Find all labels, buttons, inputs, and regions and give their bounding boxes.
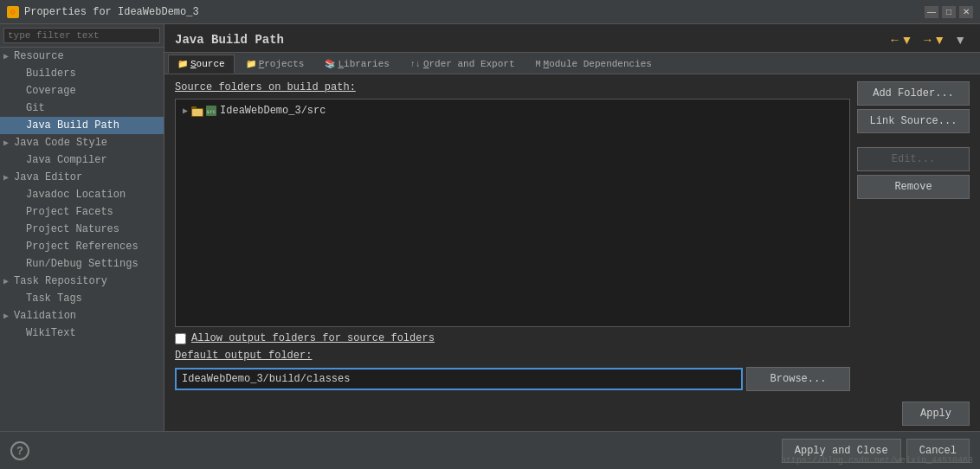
sidebar-item-project-references[interactable]: Project References — [0, 238, 164, 255]
tab-label-libraries: Libraries — [338, 59, 389, 69]
content-header: Java Build Path ←▼ →▼ ▼ — [164, 24, 980, 53]
content-title: Java Build Path — [175, 33, 284, 47]
main-container: ▶ResourceBuildersCoverageGitJava Build P… — [0, 24, 980, 431]
folder-path-label: IdeaWebDemo_3/src — [220, 105, 326, 117]
sidebar-item-project-facets[interactable]: Project Facets — [0, 203, 164, 221]
maximize-button[interactable]: □ — [942, 6, 956, 18]
sidebar-item-label: Java Compiler — [26, 154, 107, 166]
sidebar-item-javadoc-location[interactable]: Javadoc Location — [0, 186, 164, 203]
window-controls: — □ ✕ — [925, 6, 973, 18]
output-folder-label: Default output folder: — [175, 350, 850, 362]
sidebar-nav: ▶ResourceBuildersCoverageGitJava Build P… — [0, 48, 164, 342]
sidebar-item-task-repository[interactable]: ▶Task Repository — [0, 273, 164, 290]
tab-icon-projects: 📁 — [246, 59, 256, 69]
apply-btn-row: Apply — [164, 398, 980, 431]
tab-projects[interactable]: 📁Projects — [236, 55, 314, 74]
sidebar: ▶ResourceBuildersCoverageGitJava Build P… — [0, 24, 164, 431]
sidebar-item-java-compiler[interactable]: Java Compiler — [0, 151, 164, 169]
sidebar-item-coverage[interactable]: Coverage — [0, 82, 164, 100]
sidebar-item-label: Validation — [14, 310, 76, 322]
sidebar-item-validation[interactable]: ▶Validation — [0, 307, 164, 324]
expand-arrow-icon: ▶ — [3, 276, 9, 286]
folder-svg-icon — [191, 106, 205, 117]
window-title: Properties for IdeaWebDemo_3 — [24, 6, 199, 18]
close-button[interactable]: ✕ — [959, 6, 973, 18]
remove-button[interactable]: Remove — [857, 175, 970, 199]
tab-icon-order-export: ↑↓ — [410, 60, 421, 69]
content-panel: Java Build Path ←▼ →▼ ▼ 📁Source📁Projects… — [164, 24, 980, 431]
sidebar-item-java-editor[interactable]: ▶Java Editor — [0, 169, 164, 186]
allow-output-checkbox[interactable] — [175, 333, 186, 344]
tab-icon-module-deps: M — [536, 60, 541, 69]
svg-rect-1 — [191, 106, 197, 109]
checkbox-row: Allow output folders for source folders — [175, 332, 850, 344]
source-folders-label: Source folders on build path: — [175, 81, 850, 93]
edit-button[interactable]: Edit... — [857, 147, 970, 171]
sidebar-item-label: Java Build Path — [26, 119, 119, 132]
sidebar-item-label: Java Code Style — [14, 137, 107, 149]
expand-arrow-icon: ▶ — [3, 51, 9, 61]
link-source-button[interactable]: Link Source... — [857, 109, 970, 133]
sidebar-item-wikitext[interactable]: WikiText — [0, 324, 164, 342]
sidebar-item-run-debug-settings[interactable]: Run/Debug Settings — [0, 255, 164, 273]
sidebar-item-label: Javadoc Location — [26, 189, 126, 201]
add-folder-button[interactable]: Add Folder... — [857, 81, 970, 106]
tab-order-export[interactable]: ↑↓Order and Export — [401, 55, 525, 74]
tab-label-order-export: Order and Export — [423, 59, 515, 69]
sidebar-item-label: Java Editor — [14, 171, 82, 183]
tab-icon-libraries: 📚 — [325, 59, 335, 69]
apply-button[interactable]: Apply — [902, 402, 970, 426]
back-arrow-button[interactable]: ←▼ — [885, 31, 916, 48]
app-icon: ⚙ — [7, 6, 19, 18]
dropdown-arrow-button[interactable]: ▼ — [951, 31, 970, 48]
sidebar-item-label: Resource — [14, 50, 64, 62]
content-body: Source folders on build path: ▶ — [164, 74, 980, 398]
tab-libraries[interactable]: 📚Libraries — [315, 55, 398, 74]
sidebar-item-java-build-path[interactable]: Java Build Path — [0, 117, 164, 134]
sidebar-item-label: Git — [26, 102, 45, 114]
tabs-bar: 📁Source📁Projects📚Libraries↑↓Order and Ex… — [164, 53, 980, 74]
folder-list[interactable]: ▶ src — [175, 99, 850, 327]
sidebar-item-label: Project Natures — [26, 223, 119, 235]
sidebar-item-builders[interactable]: Builders — [0, 65, 164, 82]
title-bar: ⚙ Properties for IdeaWebDemo_3 — □ ✕ — [0, 0, 980, 24]
output-folder-input[interactable] — [175, 368, 743, 390]
browse-button[interactable]: Browse... — [746, 367, 850, 391]
sidebar-item-task-tags[interactable]: Task Tags — [0, 290, 164, 307]
watermark: https://blog.csdn.net/weixin_44510468 — [781, 456, 973, 466]
sidebar-item-label: Run/Debug Settings — [26, 258, 139, 270]
bottom-left: ? — [10, 441, 29, 460]
sidebar-item-java-code-style[interactable]: ▶Java Code Style — [0, 134, 164, 151]
expand-arrow-icon: ▶ — [3, 311, 9, 321]
tab-source[interactable]: 📁Source — [168, 55, 235, 74]
sidebar-item-label: Task Tags — [26, 292, 82, 305]
left-panel: Source folders on build path: ▶ — [175, 81, 850, 391]
minimize-button[interactable]: — — [925, 6, 938, 18]
folder-item[interactable]: ▶ src — [179, 103, 846, 119]
output-input-row: Browse... — [175, 367, 850, 391]
tab-module-deps[interactable]: MModule Dependencies — [526, 55, 661, 74]
right-panel: Add Folder... Link Source... Edit... Rem… — [857, 81, 970, 391]
svg-text:src: src — [207, 108, 216, 114]
expand-arrow-icon: ▶ — [3, 172, 9, 183]
help-button[interactable]: ? — [10, 441, 29, 460]
sidebar-item-label: Coverage — [26, 85, 76, 97]
title-bar-left: ⚙ Properties for IdeaWebDemo_3 — [7, 6, 199, 18]
src-overlay-icon: src — [206, 106, 216, 116]
tab-label-source: Source — [190, 59, 225, 69]
nav-arrows: ←▼ →▼ ▼ — [885, 31, 970, 48]
filter-box — [0, 24, 164, 48]
filter-input[interactable] — [3, 28, 160, 43]
sidebar-item-label: WikiText — [26, 327, 76, 339]
tab-icon-source: 📁 — [177, 59, 188, 69]
forward-arrow-button[interactable]: →▼ — [918, 31, 949, 48]
svg-rect-2 — [192, 109, 203, 116]
tab-label-projects: Projects — [259, 59, 305, 69]
sidebar-item-label: Task Repository — [14, 275, 107, 287]
sidebar-item-label: Project Facets — [26, 206, 113, 218]
sidebar-item-label: Project References — [26, 241, 139, 253]
folder-expand-arrow: ▶ — [183, 106, 188, 116]
sidebar-item-project-natures[interactable]: Project Natures — [0, 221, 164, 238]
sidebar-item-git[interactable]: Git — [0, 100, 164, 117]
sidebar-item-resource[interactable]: ▶Resource — [0, 48, 164, 65]
